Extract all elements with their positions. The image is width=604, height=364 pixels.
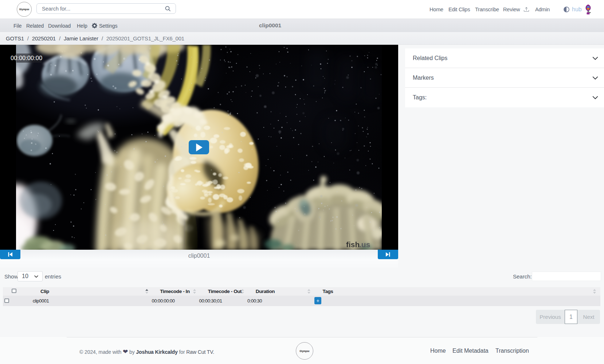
svg-text:fish: fish	[346, 240, 360, 249]
svg-text:.us: .us	[359, 240, 370, 249]
